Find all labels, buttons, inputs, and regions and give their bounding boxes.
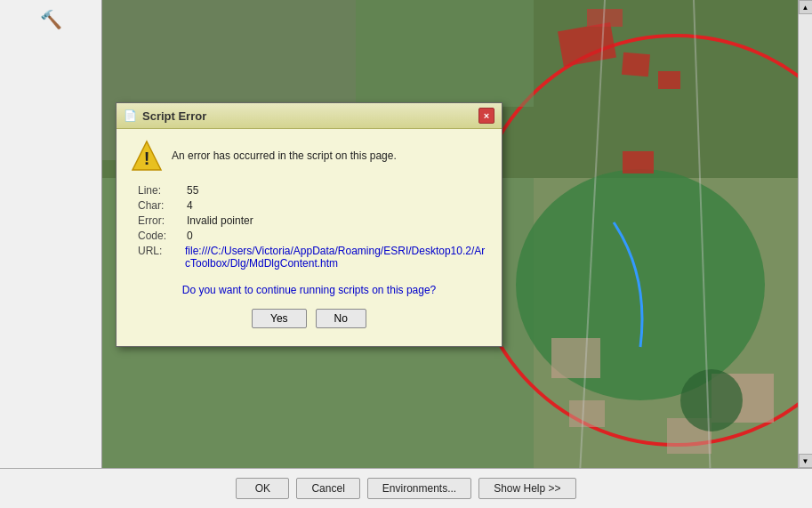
char-value: 4 — [187, 199, 193, 212]
dialog-title-left: 📄 Script Error — [124, 109, 206, 123]
field-row-line: Line: 55 — [138, 184, 487, 197]
dialog-error-header: ! An error has occurred in the script on… — [131, 140, 487, 172]
dialog-overlay: 📄 Script Error × ! An error has occurred… — [102, 0, 798, 468]
script-error-dialog: 📄 Script Error × ! An error has occurred… — [116, 102, 502, 347]
line-label: Line: — [138, 184, 187, 197]
line-value: 55 — [187, 184, 198, 197]
char-label: Char: — [138, 199, 187, 212]
field-row-url: URL: file:///C:/Users/Victoria/AppData/R… — [138, 245, 487, 270]
warning-icon: ! — [131, 140, 163, 172]
dialog-buttons: Yes No — [131, 309, 487, 328]
dialog-question: Do you want to continue running scripts … — [131, 284, 487, 296]
svg-text:!: ! — [144, 149, 150, 168]
cancel-button[interactable]: Cancel — [296, 478, 359, 499]
dialog-body: ! An error has occurred in the script on… — [117, 129, 502, 346]
code-label: Code: — [138, 230, 187, 242]
bottom-toolbar: OK Cancel Environments... Show Help >> — [0, 468, 812, 508]
hammer-icon[interactable]: 🔨 — [38, 7, 63, 32]
no-button[interactable]: No — [316, 309, 366, 328]
field-row-code: Code: 0 — [138, 230, 487, 242]
left-panel: 🔨 — [0, 0, 102, 468]
error-label: Error: — [138, 214, 187, 227]
error-value: Invalid pointer — [187, 214, 253, 227]
show-help-button[interactable]: Show Help >> — [478, 478, 575, 499]
dialog-error-message: An error has occurred in the script on t… — [172, 149, 397, 162]
scroll-down-button[interactable]: ▼ — [799, 454, 813, 468]
url-value[interactable]: file:///C:/Users/Victoria/AppData/Roamin… — [185, 245, 487, 270]
code-value: 0 — [187, 230, 193, 242]
map-scrollbar: ▲ ▼ — [798, 0, 812, 468]
field-row-error: Error: Invalid pointer — [138, 214, 487, 227]
dialog-titlebar: 📄 Script Error × — [117, 103, 502, 129]
dialog-title-text: Script Error — [142, 109, 206, 123]
scroll-up-button[interactable]: ▲ — [799, 0, 813, 14]
dialog-close-button[interactable]: × — [478, 108, 494, 124]
ok-button[interactable]: OK — [236, 478, 289, 499]
field-row-char: Char: 4 — [138, 199, 487, 212]
dialog-title-icon: 📄 — [124, 109, 137, 122]
dialog-fields: Line: 55 Char: 4 Error: Invalid pointer … — [138, 184, 487, 270]
yes-button[interactable]: Yes — [252, 309, 307, 328]
scroll-track — [799, 14, 813, 454]
url-label: URL: — [138, 245, 185, 270]
environments-button[interactable]: Environments... — [367, 478, 471, 499]
